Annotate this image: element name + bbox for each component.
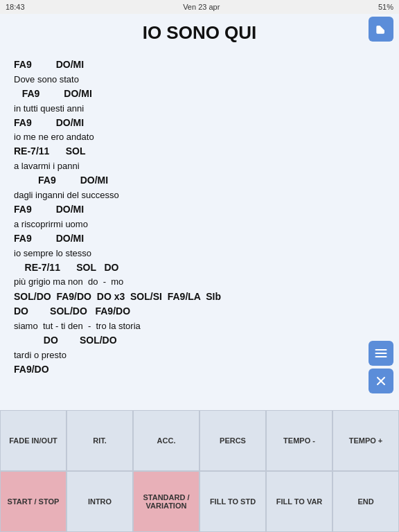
lyric-line: a lavarmi i panni [14, 159, 385, 173]
bottom-btn-1[interactable]: INTRO [66, 471, 133, 532]
status-bar: 18:43 Ven 23 apr 51% [0, 0, 399, 14]
close-button[interactable] [369, 369, 393, 393]
lyric-line: siamo tut - ti den - tro la storia [14, 319, 385, 333]
menu-button[interactable] [369, 341, 393, 366]
bottom-controls: FADE IN/OUTRIT.ACC.PERCSTEMPO -TEMPO + S… [0, 410, 399, 532]
bottom-btn-4[interactable]: FILL TO VAR [266, 471, 332, 532]
chord-line: FA9/DO [14, 362, 385, 378]
lyric-line: in tutti questi anni [14, 102, 385, 116]
chord-line: FA9 DO/MI [14, 87, 385, 102]
status-time: 18:43 [6, 3, 25, 11]
bottom-btn-0[interactable]: START / STOP [0, 471, 66, 532]
lyric-line: io sempre lo stesso [14, 247, 385, 260]
lyric-line: Dove sono stato [14, 73, 385, 87]
bottom-btn-2[interactable]: STANDARD / VARIATION [133, 471, 200, 532]
top-btn-2[interactable]: ACC. [133, 410, 200, 471]
lyric-line: più grigio ma non do - mo [14, 275, 385, 289]
main-content: IO SONO QUI FA9 DO/MIDove sono stato FA9… [0, 14, 399, 410]
lyric-line: io me ne ero andato [14, 130, 385, 144]
top-btn-1[interactable]: RIT. [66, 410, 133, 471]
chord-line: RE-7/11 SOL [14, 144, 385, 159]
song-lyrics: FA9 DO/MIDove sono stato FA9 DO/MIin tut… [14, 57, 385, 378]
status-battery: 51% [378, 3, 393, 11]
top-btn-3[interactable]: PERCS [200, 410, 266, 471]
song-title: IO SONO QUI [14, 22, 385, 44]
top-btn-4[interactable]: TEMPO - [266, 410, 332, 471]
expand-button[interactable] [369, 17, 393, 42]
status-day: Ven 23 apr [183, 3, 220, 11]
chord-line: FA9 DO/MI [14, 57, 385, 73]
top-btn-0[interactable]: FADE IN/OUT [0, 410, 66, 471]
controls-top-row: FADE IN/OUTRIT.ACC.PERCSTEMPO -TEMPO + [0, 410, 399, 471]
chord-line: SOL/DO FA9/DO DO x3 SOL/SI FA9/LA SIb [14, 290, 385, 305]
chord-line: FA9 DO/MI [14, 116, 385, 131]
chord-line: FA9 DO/MI [14, 202, 385, 218]
top-btn-5[interactable]: TEMPO + [332, 410, 399, 471]
chord-line: RE-7/11 SOL DO [14, 260, 385, 276]
side-buttons [369, 341, 393, 393]
controls-bottom-row: START / STOPINTROSTANDARD / VARIATIONFIL… [0, 471, 399, 532]
chord-line: DO SOL/DO [14, 333, 385, 348]
chord-line: DO SOL/DO FA9/DO [14, 304, 385, 319]
bottom-btn-5[interactable]: END [332, 471, 399, 532]
bottom-btn-3[interactable]: FILL TO STD [200, 471, 266, 532]
chord-line: FA9 DO/MI [14, 173, 385, 188]
lyric-line: a riscoprirmi uomo [14, 218, 385, 231]
lyric-line: dagli inganni del successo [14, 188, 385, 202]
chord-line: FA9 DO/MI [14, 231, 385, 247]
lyric-line: tardi o presto [14, 348, 385, 362]
